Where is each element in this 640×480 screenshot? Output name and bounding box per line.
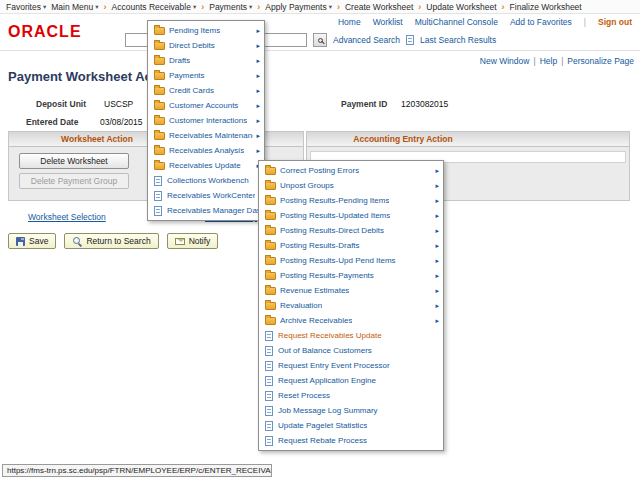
- help-link[interactable]: Help: [540, 56, 557, 66]
- breadcrumb-item-update-worksheet[interactable]: Update Worksheet: [426, 2, 496, 12]
- notify-label: Notify: [189, 236, 211, 246]
- search-icon[interactable]: [313, 33, 327, 47]
- delete-worksheet-button[interactable]: Delete Worksheet: [19, 153, 129, 169]
- breadcrumb-separator-icon: ›: [257, 2, 260, 12]
- menu-item-posting-results-pending-items[interactable]: Posting Results-Pending Items▸: [259, 193, 443, 208]
- menu-item-posting-results-upd-pend-items[interactable]: Posting Results-Upd Pend Items▸: [259, 253, 443, 268]
- menu-item-receivables-maintenance[interactable]: Receivables Maintenance▸: [148, 128, 264, 143]
- advanced-search-link[interactable]: Advanced Search: [333, 35, 400, 45]
- save-icon: [16, 237, 25, 246]
- menu-item-posting-results-updated-items[interactable]: Posting Results-Updated Items▸: [259, 208, 443, 223]
- page-icon: [265, 406, 273, 416]
- folder-icon: [154, 147, 165, 155]
- menu-item-unpost-groups[interactable]: Unpost Groups▸: [259, 178, 443, 193]
- return-to-search-button[interactable]: Return to Search: [64, 233, 158, 249]
- worksheet-selection-link[interactable]: Worksheet Selection: [28, 212, 106, 222]
- menu-item-collections-workbench[interactable]: Collections Workbench: [148, 173, 264, 188]
- menu-item-request-application-engine[interactable]: Request Application Engine: [259, 373, 443, 388]
- menu-item-receivables-manager-dashboard[interactable]: Receivables Manager Dashboard: [148, 203, 264, 218]
- return-to-search-icon: [72, 236, 82, 246]
- folder-icon: [265, 167, 276, 175]
- menu-item-revaluation[interactable]: Revaluation▸: [259, 298, 443, 313]
- add-to-favorites-link[interactable]: Add to Favorites: [510, 17, 572, 27]
- menu-item-posting-results-drafts[interactable]: Posting Results-Drafts▸: [259, 238, 443, 253]
- multichannel-console-link[interactable]: MultiChannel Console: [415, 17, 498, 27]
- breadcrumb-item-favorites[interactable]: Favorites▾: [6, 2, 46, 12]
- submenu-arrow-icon: ▸: [432, 317, 439, 325]
- breadcrumb-separator-icon: ›: [104, 2, 107, 12]
- menu-item-credit-cards[interactable]: Credit Cards▸: [148, 83, 264, 98]
- menu-item-request-receivables-update[interactable]: Request Receivables Update: [259, 328, 443, 343]
- worklist-link[interactable]: Worklist: [373, 17, 403, 27]
- folder-icon: [265, 182, 276, 190]
- magnifier-icon: [318, 38, 323, 43]
- breadcrumb-item-payments[interactable]: Payments▾: [209, 2, 252, 12]
- menu-item-correct-posting-errors[interactable]: Correct Posting Errors▸: [259, 163, 443, 178]
- menu-item-posting-results-direct-debits[interactable]: Posting Results-Direct Debits▸: [259, 223, 443, 238]
- menu-item-revenue-estimates[interactable]: Revenue Estimates▸: [259, 283, 443, 298]
- submenu-arrow-icon: ▸: [253, 72, 260, 80]
- page-icon: [154, 176, 162, 186]
- menu-item-pending-items[interactable]: Pending Items▸: [148, 23, 264, 38]
- folder-icon: [265, 302, 276, 310]
- folder-icon: [265, 317, 276, 325]
- menu-item-receivables-update[interactable]: Receivables Update▸: [148, 158, 264, 173]
- notify-button[interactable]: Notify: [167, 233, 219, 249]
- accounting-entry-action-header: Accounting Entry Action: [307, 132, 629, 147]
- breadcrumb-item-apply-payments[interactable]: Apply Payments▾: [265, 2, 332, 12]
- breadcrumb-bar: Favorites▾Main Menu▾›Accounts Receivable…: [0, 0, 640, 14]
- save-button[interactable]: Save: [8, 233, 56, 249]
- submenu-arrow-icon: ▸: [253, 102, 260, 110]
- entered-date-label: Entered Date: [26, 117, 78, 127]
- menu-item-posting-results-payments[interactable]: Posting Results-Payments▸: [259, 268, 443, 283]
- page-icon: [265, 346, 273, 356]
- menu-item-receivables-workcenter[interactable]: Receivables WorkCenter: [148, 188, 264, 203]
- submenu-arrow-icon: ▸: [432, 287, 439, 295]
- header-links: HomeWorklistMultiChannel ConsoleAdd to F…: [338, 17, 632, 27]
- folder-icon: [265, 287, 276, 295]
- last-search-results-link[interactable]: Last Search Results: [420, 35, 496, 45]
- menu-item-request-entry-event-processor[interactable]: Request Entry Event Processor: [259, 358, 443, 373]
- new-window-link[interactable]: New Window: [480, 56, 530, 66]
- toolbar: Save Return to Search Notify: [8, 233, 218, 249]
- page-icon: [265, 331, 273, 341]
- breadcrumb-item-finalize-worksheet[interactable]: Finalize Worksheet: [510, 2, 582, 12]
- submenu-arrow-icon: ▸: [432, 302, 439, 310]
- menu-item-reset-process[interactable]: Reset Process: [259, 388, 443, 403]
- folder-icon: [265, 257, 276, 265]
- submenu-arrow-icon: ▸: [432, 227, 439, 235]
- submenu-arrow-icon: ▸: [432, 167, 439, 175]
- submenu-arrow-icon: ▸: [432, 212, 439, 220]
- submenu-arrow-icon: ▸: [432, 182, 439, 190]
- receivables-update-submenu: Correct Posting Errors▸Unpost Groups▸Pos…: [258, 160, 444, 451]
- menu-item-out-of-balance-customers[interactable]: Out of Balance Customers: [259, 343, 443, 358]
- chevron-down-icon: ▾: [329, 3, 332, 11]
- folder-icon: [154, 117, 165, 125]
- menu-item-customer-interactions[interactable]: Customer Interactions▸: [148, 113, 264, 128]
- page-icon: [265, 361, 273, 371]
- menu-item-receivables-analysis[interactable]: Receivables Analysis▸: [148, 143, 264, 158]
- chevron-down-icon: ▾: [95, 3, 98, 11]
- menu-item-archive-receivables[interactable]: Archive Receivables▸: [259, 313, 443, 328]
- delete-payment-group-button: Delete Payment Group: [19, 173, 129, 189]
- breadcrumb-item-accounts-receivable[interactable]: Accounts Receivable▾: [112, 2, 197, 12]
- worksheet-action-title: Worksheet Action: [61, 134, 133, 144]
- sign-out-link[interactable]: Sign out: [598, 17, 632, 27]
- home-link[interactable]: Home: [338, 17, 361, 27]
- folder-icon: [265, 197, 276, 205]
- save-label: Save: [29, 236, 48, 246]
- page-icon: [265, 421, 273, 431]
- menu-item-drafts[interactable]: Drafts▸: [148, 53, 264, 68]
- menu-item-customer-accounts[interactable]: Customer Accounts▸: [148, 98, 264, 113]
- page-icon: [154, 206, 162, 216]
- breadcrumb-item-main-menu[interactable]: Main Menu▾: [51, 2, 98, 12]
- menu-item-request-rebate-process[interactable]: Request Rebate Process: [259, 433, 443, 448]
- status-bar-url: https://fms-trn.ps.sc.edu/psp/FTRN/EMPLO…: [2, 464, 272, 477]
- menu-item-update-pagelet-statistics[interactable]: Update Pagelet Statistics: [259, 418, 443, 433]
- menu-item-job-message-log-summary[interactable]: Job Message Log Summary: [259, 403, 443, 418]
- deposit-unit-value: USCSP: [104, 99, 133, 109]
- menu-item-payments[interactable]: Payments▸: [148, 68, 264, 83]
- breadcrumb-item-create-worksheet[interactable]: Create Worksheet: [345, 2, 413, 12]
- menu-item-direct-debits[interactable]: Direct Debits▸: [148, 38, 264, 53]
- personalize-page-link[interactable]: Personalize Page: [567, 56, 634, 66]
